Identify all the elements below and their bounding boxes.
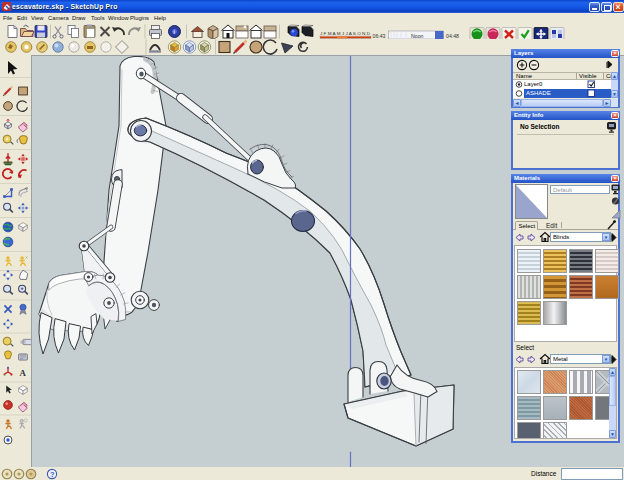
- svg-text:J F M A M J J A S O N D: J F M A M J J A S O N D: [320, 31, 370, 36]
- svg-text:04:48: 04:48: [446, 33, 459, 39]
- svg-text:06:43: 06:43: [373, 33, 386, 39]
- svg-text:Noon: Noon: [411, 33, 424, 39]
- svg-text:A: A: [19, 368, 26, 378]
- svg-text:?: ?: [50, 470, 55, 479]
